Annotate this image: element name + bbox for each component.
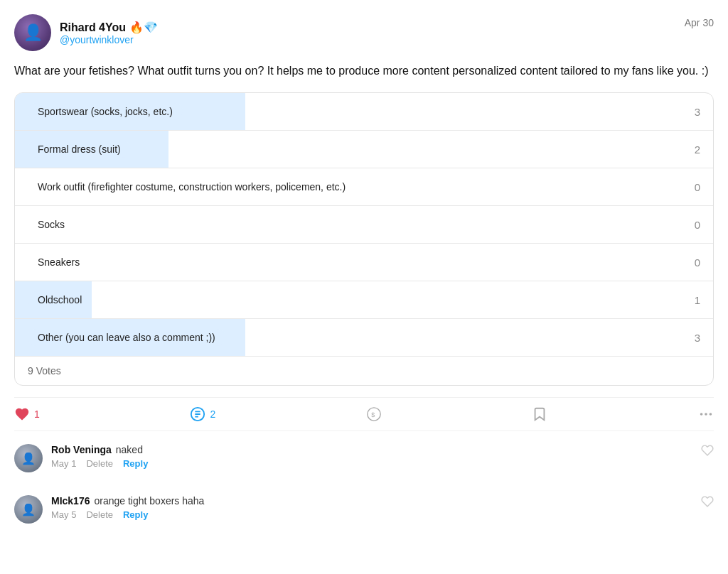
heart-icon [14, 406, 30, 422]
poll-option-count: 0 [695, 256, 700, 269]
poll-option[interactable]: Oldschool1 [15, 281, 713, 319]
poll-option[interactable]: Sportswear (socks, jocks, etc.)3 [15, 93, 713, 131]
user-handle[interactable]: @yourtwinklover [60, 34, 158, 45]
poll-option-label: Other (you can leave also a comment ;)) [28, 329, 225, 346]
username: Rihard 4You 🔥💎 [60, 21, 158, 34]
poll-votes: 9 Votes [15, 356, 713, 385]
user-info: 👤 Rihard 4You 🔥💎 @yourtwinklover [14, 14, 158, 51]
svg-point-4 [705, 413, 707, 416]
action-bar: 1 2 $ [14, 397, 714, 431]
comment-avatar-icon: 👤 [21, 452, 36, 465]
comment-body: MIck176 orange tight boxers haha May 5 D… [51, 495, 692, 520]
comment-avatar: 👤 [14, 444, 43, 472]
comment-heart-button[interactable] [701, 444, 714, 460]
comments-container: 👤 Rob Veninga naked May 1 Delete Reply 👤 [14, 444, 714, 535]
poll-container: Sportswear (socks, jocks, etc.)3Formal d… [14, 92, 714, 386]
post-date: Apr 30 [685, 17, 714, 28]
more-icon [698, 406, 714, 422]
poll-option-label: Sportswear (socks, jocks, etc.) [28, 103, 183, 120]
poll-option-label: Socks [28, 216, 75, 233]
poll-option-count: 2 [695, 144, 700, 156]
avatar[interactable]: 👤 [14, 14, 51, 51]
poll-option-label: Oldschool [28, 291, 92, 308]
heart-outline-icon [701, 444, 714, 457]
comment-body: Rob Veninga naked May 1 Delete Reply [51, 444, 692, 469]
comment-header: Rob Veninga naked [51, 444, 692, 455]
poll-option[interactable]: Sneakers0 [15, 244, 713, 281]
poll-option[interactable]: Socks0 [15, 206, 713, 244]
poll-option[interactable]: Other (you can leave also a comment ;))3 [15, 319, 713, 356]
comment-header: MIck176 orange tight boxers haha [51, 495, 692, 507]
poll-option[interactable]: Formal dress (suit)2 [15, 131, 713, 168]
comment: 👤 MIck176 orange tight boxers haha May 5… [14, 495, 714, 535]
poll-option-label: Sneakers [28, 254, 90, 271]
poll-option[interactable]: Work outfit (firefighter costume, constr… [15, 168, 713, 206]
username-text: Rihard 4You [60, 21, 126, 33]
avatar-image: 👤 [23, 23, 43, 42]
comment-username: Rob Veninga [51, 444, 112, 455]
comment-reply-button[interactable]: Reply [123, 458, 148, 469]
comment-reply-button[interactable]: Reply [123, 509, 148, 520]
comment-date: May 5 [51, 509, 76, 520]
svg-point-3 [700, 413, 703, 416]
post-header: 👤 Rihard 4You 🔥💎 @yourtwinklover Apr 30 [14, 14, 714, 51]
more-button[interactable] [698, 406, 714, 422]
poll-option-label: Work outfit (firefighter costume, constr… [28, 178, 355, 195]
comment: 👤 Rob Veninga naked May 1 Delete Reply [14, 444, 714, 484]
comment-icon [190, 406, 205, 422]
comment-count: 2 [210, 408, 215, 420]
post-body: What are your fetishes? What outfit turn… [14, 63, 714, 80]
poll-option-count: 0 [695, 219, 700, 231]
comment-avatar-icon: 👤 [21, 503, 36, 516]
comment-username: MIck176 [51, 495, 90, 507]
comment-meta: May 5 Delete Reply [51, 509, 692, 520]
user-text: Rihard 4You 🔥💎 @yourtwinklover [60, 21, 158, 45]
comment-delete-button[interactable]: Delete [86, 458, 113, 469]
poll-option-count: 3 [695, 332, 700, 344]
comment-date: May 1 [51, 458, 76, 469]
heart-outline-icon [701, 495, 714, 508]
poll-option-count: 3 [695, 106, 700, 118]
svg-text:$: $ [371, 411, 375, 418]
poll-option-label: Formal dress (suit) [28, 141, 131, 158]
poll-option-count: 0 [695, 181, 700, 193]
tip-button[interactable]: $ [366, 406, 382, 422]
comment-meta: May 1 Delete Reply [51, 458, 692, 469]
username-emojis: 🔥💎 [129, 21, 158, 33]
dollar-icon: $ [366, 406, 382, 422]
comment-text: naked [116, 444, 143, 455]
svg-point-5 [710, 413, 712, 416]
like-button[interactable]: 1 [14, 406, 40, 422]
poll-options: Sportswear (socks, jocks, etc.)3Formal d… [15, 93, 713, 356]
comment-text: orange tight boxers haha [94, 495, 204, 507]
comment-button[interactable]: 2 [190, 406, 215, 422]
comment-avatar: 👤 [14, 495, 43, 524]
bookmark-button[interactable] [532, 406, 547, 422]
like-count: 1 [34, 408, 40, 420]
comment-heart-button[interactable] [701, 495, 714, 511]
poll-option-count: 1 [695, 294, 700, 306]
bookmark-icon [532, 406, 547, 422]
comment-delete-button[interactable]: Delete [86, 509, 113, 520]
